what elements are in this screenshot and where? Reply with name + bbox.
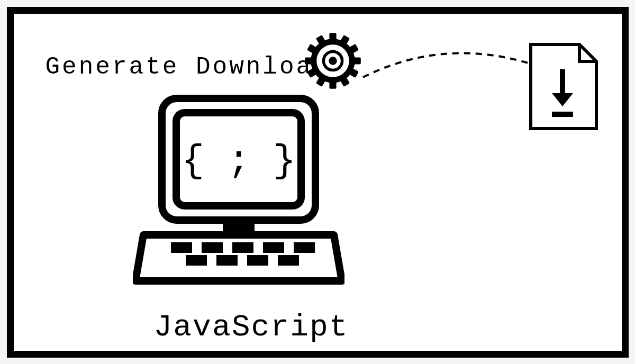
svg-rect-22 [223, 221, 255, 233]
svg-rect-27 [294, 242, 315, 253]
svg-rect-24 [202, 242, 223, 253]
svg-rect-26 [263, 242, 284, 253]
laptop-icon: { ; } [133, 88, 344, 299]
svg-rect-30 [247, 255, 268, 266]
svg-rect-28 [186, 255, 207, 266]
svg-rect-29 [216, 255, 238, 266]
laptop-label: JavaScript [154, 310, 349, 344]
svg-rect-23 [171, 242, 192, 253]
svg-point-15 [329, 57, 337, 65]
file-download-icon [527, 40, 601, 133]
svg-rect-25 [232, 242, 253, 253]
svg-rect-31 [278, 255, 299, 266]
title-text: Generate Download [46, 53, 330, 81]
screen-code: { ; } [181, 140, 295, 183]
diagram-frame: Generate Download [7, 7, 629, 358]
